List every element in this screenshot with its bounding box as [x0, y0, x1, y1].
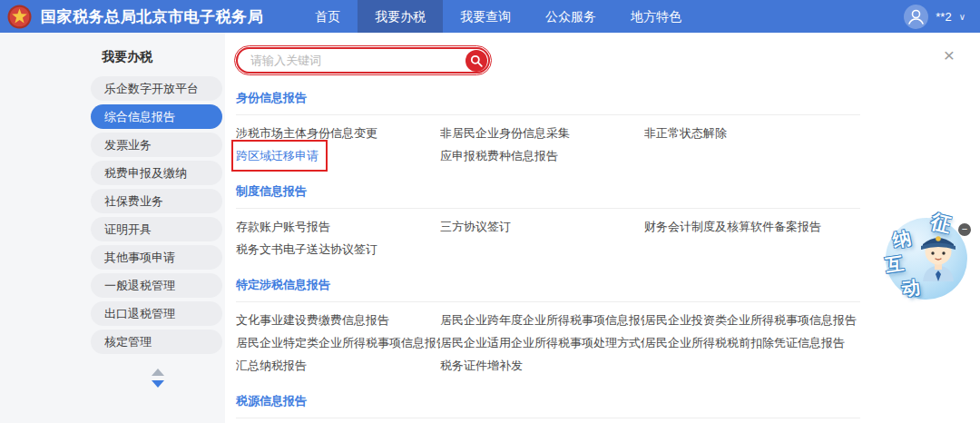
service-link[interactable]: 居民企业投资类企业所得税事项信息报告 [644, 309, 860, 331]
widget-char-hu: 互 [884, 251, 906, 279]
nav-local-features[interactable]: 地方特色 [613, 0, 699, 33]
widget-char-dong: 动 [901, 275, 922, 301]
service-link[interactable]: 涉税市场主体身份信息变更 [236, 122, 440, 144]
section-title: 制度信息报告 [236, 183, 862, 200]
sidebar-item-invoice-business[interactable]: 发票业务 [91, 133, 222, 157]
service-link-cross-region-migration-highlighted[interactable]: 跨区域迁移申请 [236, 144, 323, 167]
service-link[interactable]: 居民企业所得税税前扣除凭证信息报告 [644, 331, 860, 354]
section-title: 税源信息报告 [236, 393, 862, 409]
nav-inquiry[interactable]: 我要查询 [443, 0, 528, 33]
user-avatar-icon[interactable] [904, 5, 928, 29]
nav-tax-handling[interactable]: 我要办税 [358, 0, 443, 33]
sidebar-item-certificate-issuance[interactable]: 证明开具 [91, 217, 222, 241]
service-link[interactable]: 三方协议签订 [440, 215, 644, 238]
sidebar: 我要办税 乐企数字开放平台 综合信息报告 发票业务 税费申报及缴纳 社保费业务 … [0, 33, 225, 423]
service-link[interactable]: 税务文书电子送达协议签订 [236, 238, 440, 261]
section-identity-info-report: 身份信息报告 涉税市场主体身份信息变更 非居民企业身份信息采集 非正常状态解除 … [236, 90, 862, 167]
menu-panel: × 身份信息报告 涉税市场主体身份信息变更 非居民企业身份信息采集 非正常状态解… [225, 33, 980, 423]
close-icon[interactable]: × [944, 45, 955, 64]
sidebar-item-export-tax-refund[interactable]: 出口退税管理 [91, 301, 222, 326]
search-icon [470, 54, 483, 67]
service-grid: 涉税市场主体身份信息变更 非居民企业身份信息采集 非正常状态解除 跨区域迁移申请… [236, 115, 862, 167]
service-link[interactable]: 居民企业适用企业所得税事项处理方式信息报... [440, 331, 644, 354]
sidebar-pager [149, 369, 167, 388]
top-header: 国家税务总局北京市电子税务局 首页 我要办税 我要查询 公众服务 地方特色 **… [0, 0, 980, 33]
sidebar-item-general-tax-refund[interactable]: 一般退税管理 [91, 273, 222, 298]
service-link[interactable]: 非居民企业身份信息采集 [440, 122, 644, 144]
sidebar-item-other-matters[interactable]: 其他事项申请 [91, 245, 222, 270]
service-link[interactable]: 存款账户账号报告 [236, 215, 440, 238]
sidebar-title: 我要办税 [102, 49, 225, 65]
service-grid: 水资源税税源信息报告 土地增值税项目报告 土地增值税项目报告（拆分合并情形） 新… [236, 418, 862, 423]
section-system-info-report: 制度信息报告 存款账户账号报告 三方协议签订 财务会计制度及核算软件备案报告 税… [236, 183, 862, 261]
tax-emblem-logo [7, 5, 32, 29]
search-bar [236, 47, 490, 74]
scroll-up-icon[interactable] [152, 369, 164, 376]
sidebar-item-tax-declaration-payment[interactable]: 税费申报及缴纳 [91, 161, 222, 185]
service-link[interactable]: 汇总纳税报告 [236, 354, 440, 377]
service-link[interactable]: 居民企业特定类企业所得税事项信息报告 [236, 331, 440, 354]
user-name: **2 [936, 10, 951, 24]
service-link[interactable]: 税务证件增补发 [440, 354, 644, 377]
sidebar-item-comprehensive-info-report[interactable]: 综合信息报告 [91, 104, 222, 129]
service-grid: 文化事业建设费缴费信息报告 居民企业跨年度企业所得税事项信息报告 居民企业投资类… [236, 302, 862, 377]
service-link[interactable]: 非正常状态解除 [644, 122, 860, 144]
search-button[interactable] [466, 50, 487, 72]
service-grid: 存款账户账号报告 三方协议签订 财务会计制度及核算软件备案报告 税务文书电子送达… [236, 209, 862, 261]
sidebar-item-assessment-management[interactable]: 核定管理 [91, 330, 222, 354]
site-title: 国家税务总局北京市电子税务局 [41, 6, 263, 27]
sidebar-item-social-insurance[interactable]: 社保费业务 [91, 189, 222, 213]
service-link[interactable]: 居民企业跨年度企业所得税事项信息报告 [440, 309, 644, 331]
widget-minimize-button[interactable]: − [958, 223, 971, 236]
main-nav: 首页 我要办税 我要查询 公众服务 地方特色 [298, 0, 699, 33]
section-tax-source-info-report: 税源信息报告 水资源税税源信息报告 土地增值税项目报告 土地增值税项目报告（拆分… [236, 393, 862, 423]
section-title: 身份信息报告 [236, 90, 862, 106]
scroll-down-icon[interactable] [152, 380, 164, 388]
chevron-down-icon[interactable]: ∨ [959, 12, 965, 22]
service-link[interactable]: 文化事业建设费缴费信息报告 [236, 309, 440, 331]
nav-home[interactable]: 首页 [298, 0, 358, 33]
service-link[interactable]: 应申报税费种信息报告 [440, 144, 644, 167]
nav-public-service[interactable]: 公众服务 [528, 0, 613, 33]
sidebar-item-leqi-platform[interactable]: 乐企数字开放平台 [91, 76, 222, 101]
service-link[interactable]: 财务会计制度及核算软件备案报告 [644, 215, 860, 238]
section-specific-tax-info-report: 特定涉税信息报告 文化事业建设费缴费信息报告 居民企业跨年度企业所得税事项信息报… [236, 277, 862, 377]
search-input[interactable] [236, 47, 490, 74]
section-title: 特定涉税信息报告 [236, 277, 862, 293]
page: 国家税务总局北京市电子税务局 首页 我要办税 我要查询 公众服务 地方特色 **… [0, 0, 980, 423]
user-menu[interactable]: **2 ∨ [904, 5, 965, 29]
interaction-widget[interactable]: 征 纳 互 动 [877, 209, 975, 305]
